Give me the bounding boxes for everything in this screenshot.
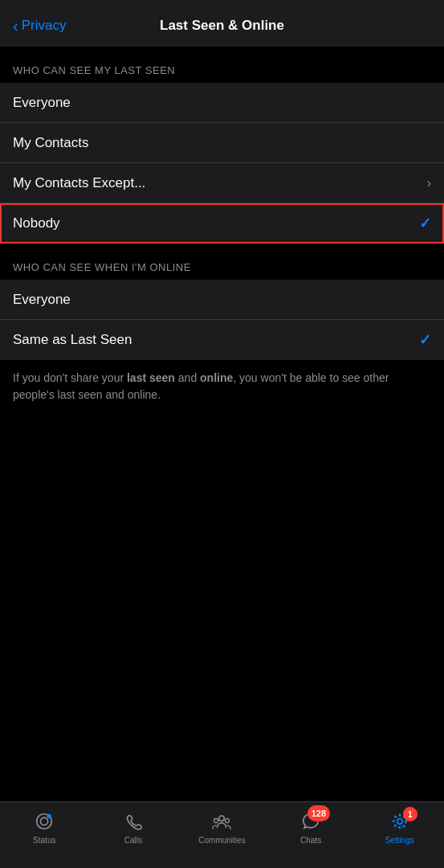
tab-calls-label: Calls [124,836,142,845]
tab-communities-label: Communities [198,836,245,845]
list-item-nobody[interactable]: Nobody ✓ [0,203,444,244]
section1-list: Everyone My Contacts My Contacts Except.… [0,83,444,244]
tab-status-label: Status [33,836,55,845]
list-item-everyone2[interactable]: Everyone [0,280,444,320]
list-item-same-as-last-seen[interactable]: Same as Last Seen ✓ [0,320,444,360]
back-label: Privacy [22,18,67,34]
list-item-everyone1[interactable]: Everyone [0,83,444,123]
tab-calls[interactable]: Calls [109,810,157,845]
list-item-text: My Contacts [13,135,88,151]
tab-settings-label: Settings [385,836,414,845]
svg-point-5 [226,818,230,822]
checkmark-icon: ✓ [419,331,431,349]
chevron-left-icon: ‹ [13,18,18,34]
list-item-text: Nobody [13,215,60,231]
info-text: If you don't share your last seen and on… [0,360,444,416]
calls-icon [122,810,145,833]
navigation-header: ‹ Privacy Last Seen & Online [0,0,444,47]
svg-point-4 [214,818,218,822]
svg-point-2 [47,814,52,819]
section2-list: Everyone Same as Last Seen ✓ [0,280,444,360]
page-title: Last Seen & Online [160,18,284,34]
svg-point-1 [41,817,48,825]
list-item-text: My Contacts Except... [13,175,145,191]
chats-badge: 128 [308,805,330,821]
settings-badge: 1 [403,807,418,821]
back-button[interactable]: ‹ Privacy [13,18,66,34]
section1-label: WHO CAN SEE MY LAST SEEN [0,47,444,83]
tab-communities[interactable]: Communities [198,810,246,845]
list-item-my-contacts-except[interactable]: My Contacts Except... › [0,163,444,203]
list-item-my-contacts[interactable]: My Contacts [0,123,444,163]
tab-bar: Status Calls Communities [0,801,444,868]
list-item-text: Everyone [13,292,71,308]
list-item-text: Same as Last Seen [13,332,132,348]
tab-chats-label: Chats [300,836,321,845]
communities-icon [210,810,233,833]
tab-chats[interactable]: 128 Chats [287,810,335,845]
svg-point-6 [397,819,402,825]
section2-label: WHO CAN SEE WHEN I'M ONLINE [0,244,444,280]
checkmark-icon: ✓ [419,215,431,232]
chats-icon: 128 [299,810,322,833]
svg-point-3 [219,816,225,821]
tab-status[interactable]: Status [20,810,68,845]
list-item-text: Everyone [13,95,71,111]
status-icon [33,810,55,833]
chevron-right-icon: › [427,176,431,190]
tab-settings[interactable]: 1 Settings [376,810,424,845]
settings-icon: 1 [389,810,411,833]
